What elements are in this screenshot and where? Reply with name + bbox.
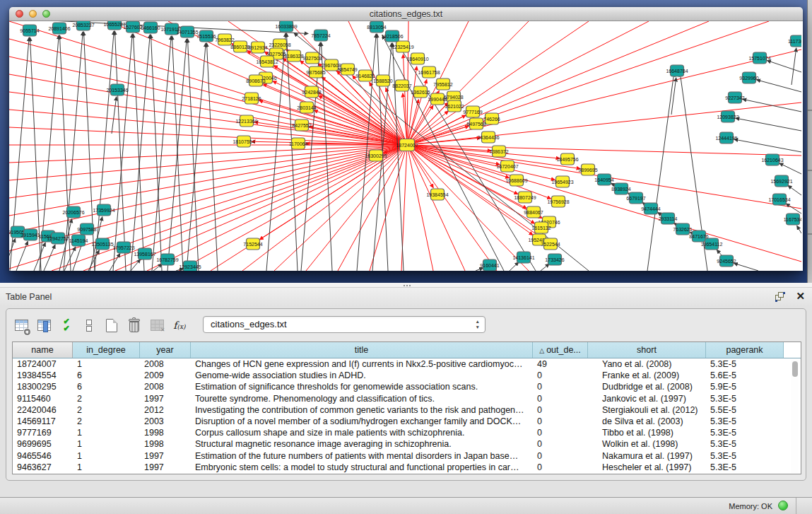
red-edge xyxy=(9,145,407,180)
cell-year: 2008 xyxy=(140,358,191,370)
clear-selection-icon[interactable] xyxy=(80,316,98,334)
network-table-dropdown[interactable]: citations_edges.txt ▲▼ xyxy=(203,316,486,333)
cell-title: Disruption of a novel member of a sodium… xyxy=(191,416,533,427)
graph-node-label: 9055714 xyxy=(20,28,39,33)
graph-node-label: 8860128 xyxy=(230,45,249,49)
red-edge xyxy=(9,39,407,145)
graph-node-label: 3915941 xyxy=(20,233,40,238)
cell-title: Tourette syndrome. Phenomenology and cla… xyxy=(191,393,533,404)
column-header-out_de[interactable]: △out_de... xyxy=(533,342,588,358)
graph-node-label: 7857224 xyxy=(311,33,330,38)
graph-node-label: 15692921 xyxy=(770,179,792,184)
dropdown-arrows-icon: ▲▼ xyxy=(476,319,480,330)
table-panel-title: Table Panel xyxy=(6,292,52,302)
table-row[interactable]: 946362711997Embryonic stem cells: a mode… xyxy=(13,462,801,473)
cell-in_degree: 1 xyxy=(73,358,140,370)
cell-pagerank: 5.3E-5 xyxy=(706,416,784,427)
select-all-icon[interactable]: ✔✔ xyxy=(57,316,76,334)
column-header-year[interactable]: year xyxy=(140,342,191,358)
column-header-short[interactable]: short xyxy=(588,342,706,358)
cell-pagerank: 5.6E-5 xyxy=(706,370,784,381)
graph-node-label: 2718126 xyxy=(242,96,261,101)
column-header-pagerank[interactable]: pagerank xyxy=(706,342,784,358)
cell-year: 2008 xyxy=(140,381,191,392)
red-edge xyxy=(407,145,551,199)
cell-title: Estimation of significance thresholds fo… xyxy=(191,381,533,392)
cell-pagerank: 5.3E-5 xyxy=(706,438,784,450)
graph-node-label: 1640954 xyxy=(594,177,613,182)
sort-ascending-icon: △ xyxy=(539,347,544,354)
table-row[interactable]: 977716911998Corpus callosum shape and si… xyxy=(13,427,801,438)
graph-node-label: 15751074 xyxy=(748,56,770,61)
table-row[interactable]: 1830029562008Estimation of significance … xyxy=(13,381,801,392)
status-divider xyxy=(796,498,796,514)
splitter-grip-icon[interactable] xyxy=(403,284,411,287)
memory-status-label: Memory: OK xyxy=(729,502,772,510)
panel-splitter[interactable] xyxy=(0,283,812,288)
graph-node-label: 9097588 xyxy=(77,227,96,232)
graph-node-label: 1527602 xyxy=(123,25,142,30)
graph-node-label: 1733426 xyxy=(545,257,564,262)
network-canvas[interactable]: 7963822886012889129342322605893275051654… xyxy=(9,21,803,271)
table-toolbar: ✔✔ f(x) xyxy=(12,313,193,337)
graph-node-label: 9227342 xyxy=(725,95,744,100)
cell-out_de: 0 xyxy=(533,416,588,427)
red-edge xyxy=(9,92,407,145)
table-row[interactable]: 969969511998Structural magnetic resonanc… xyxy=(13,438,801,450)
table-row[interactable]: 2242004622012Investigating the contribut… xyxy=(13,404,801,416)
window-titlebar[interactable]: citations_edges.txt xyxy=(9,7,803,21)
scrollbar-thumb[interactable] xyxy=(792,361,798,377)
black-edge xyxy=(734,263,758,271)
cell-year: 1998 xyxy=(140,438,191,450)
table-row[interactable]: 911546021997Tourette syndrome. Phenomeno… xyxy=(13,393,801,404)
table-scrollbar[interactable] xyxy=(791,360,799,473)
black-edge xyxy=(16,241,28,271)
graph-node-label: 1615132 xyxy=(531,226,551,230)
cell-name: 9699695 xyxy=(13,438,73,450)
red-edge xyxy=(407,21,769,145)
cell-short: Hescheler et al. (1997) xyxy=(588,462,706,473)
column-header-name[interactable]: name xyxy=(13,342,73,358)
graph-node-label: 9245652 xyxy=(717,259,736,264)
table-row[interactable]: 1456911722003Disruption of a novel membe… xyxy=(13,416,801,427)
table-row[interactable]: 946554611997Estimation of the future num… xyxy=(13,450,801,462)
cell-name: 22420046 xyxy=(13,404,73,416)
graph-node-label: 17359924 xyxy=(93,208,114,213)
cell-in_degree: 1 xyxy=(73,438,140,450)
black-edge xyxy=(786,204,801,214)
graph-node-label: 16720407 xyxy=(496,164,518,169)
table-row[interactable]: 1938455462009Genome-wide association stu… xyxy=(13,370,801,381)
graph-node-label: 18807249 xyxy=(514,195,536,200)
show-columns-icon[interactable] xyxy=(35,316,53,334)
red-edge xyxy=(403,54,407,145)
red-edge xyxy=(9,145,407,233)
graph-node-label: 19384554 xyxy=(426,192,448,197)
graph-node-label: 7386372 xyxy=(489,149,508,154)
graph-node-label: 14071355 xyxy=(176,30,198,35)
status-bar: Memory: OK xyxy=(0,497,812,514)
table-mode-icon[interactable] xyxy=(12,316,30,334)
red-edge xyxy=(319,95,407,145)
new-column-icon[interactable] xyxy=(102,316,121,334)
delete-column-icon[interactable] xyxy=(125,316,143,334)
black-edge xyxy=(736,118,801,131)
cell-in_degree: 2 xyxy=(73,404,140,416)
cell-short: Franke et al. (2009) xyxy=(588,370,706,381)
function-builder-icon[interactable]: f(x) xyxy=(170,316,189,334)
column-header-in_degree[interactable]: in_degree xyxy=(73,342,140,358)
cell-name: 18300295 xyxy=(13,381,73,392)
table-row[interactable]: 1872400712008Changes of HCN gene express… xyxy=(13,358,801,370)
network-view-window: citations_edges.txt 79638228860128891293… xyxy=(9,7,803,271)
graph-node-label: 8813054 xyxy=(367,25,386,30)
black-edge xyxy=(671,78,676,115)
cell-year: 1997 xyxy=(140,393,191,404)
red-edge xyxy=(407,145,801,262)
cell-title: Estimation of the future numbers of pati… xyxy=(191,450,533,462)
cell-in_degree: 6 xyxy=(73,370,140,381)
column-header-title[interactable]: title xyxy=(191,342,533,358)
float-panel-icon[interactable] xyxy=(775,292,785,302)
cell-out_de: 0 xyxy=(533,393,588,404)
close-panel-icon[interactable]: ✕ xyxy=(796,290,805,303)
cell-title: Structural magnetic resonance image aver… xyxy=(191,438,533,450)
cell-short: Wolkin et al. (1998) xyxy=(588,438,706,450)
